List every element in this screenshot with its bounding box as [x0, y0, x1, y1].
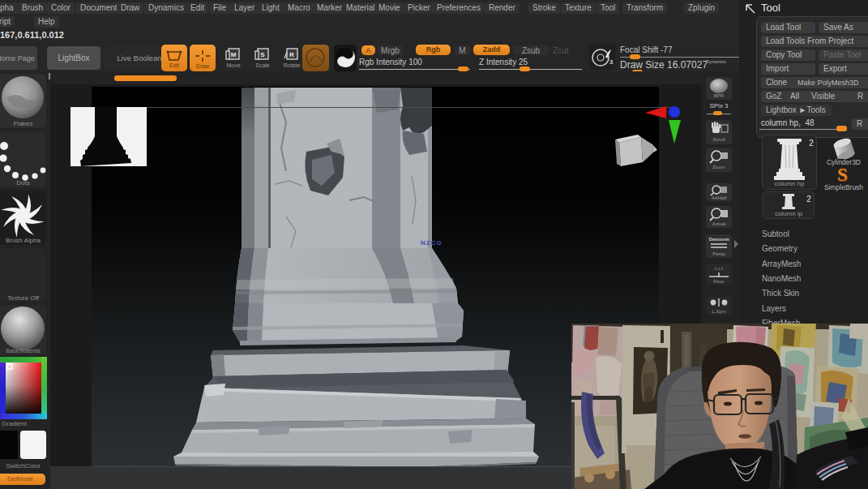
svg-text:S: S — [260, 51, 265, 58]
svg-text:Edit: Edit — [169, 62, 179, 68]
svg-text:Floor: Floor — [713, 279, 725, 284]
svg-text:Actual: Actual — [712, 221, 726, 226]
svg-text:column hp: column hp — [775, 180, 805, 187]
svg-text:3: 3 — [609, 58, 614, 66]
svg-text:Scroll: Scroll — [712, 137, 725, 142]
svg-text:x y z: x y z — [715, 266, 724, 271]
svg-text:2: 2 — [809, 139, 814, 148]
svg-text:Persp: Persp — [712, 251, 725, 256]
svg-text:AAHalf: AAHalf — [712, 195, 727, 200]
svg-text:Draw: Draw — [196, 63, 210, 69]
svg-text:2: 2 — [806, 195, 811, 204]
svg-text:M: M — [231, 51, 237, 58]
svg-text:column lp: column lp — [775, 210, 803, 217]
svg-text:Rotate: Rotate — [284, 62, 301, 68]
svg-text:BPR: BPR — [714, 93, 725, 98]
svg-text:L.Sym: L.Sym — [712, 309, 725, 314]
svg-text:Move: Move — [226, 62, 240, 68]
svg-text:Zoom: Zoom — [712, 165, 725, 169]
svg-text:Onezoom: Onezoom — [708, 237, 729, 242]
svg-text:Scale: Scale — [255, 62, 270, 68]
svg-text:R: R — [289, 51, 294, 58]
